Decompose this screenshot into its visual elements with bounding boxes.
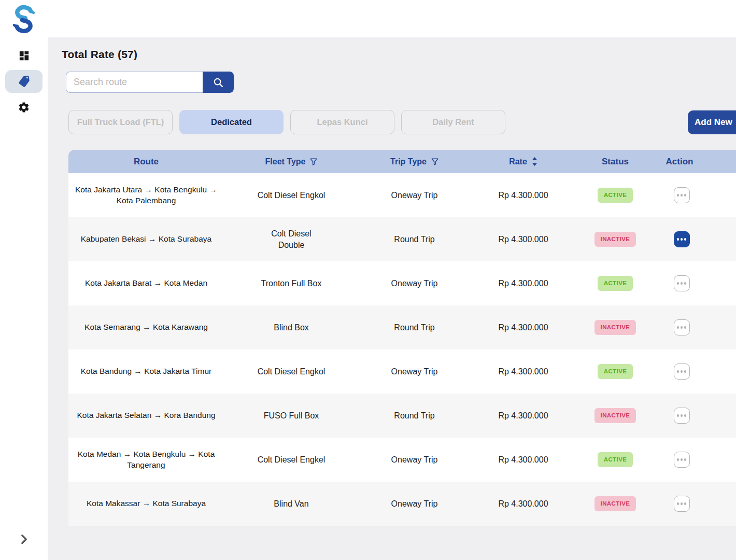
row-actions-button[interactable] bbox=[674, 363, 690, 380]
app-logo[interactable] bbox=[8, 3, 39, 35]
sort-icon[interactable] bbox=[532, 157, 537, 166]
rate-table: Route Fleet Type Trip Type Rate bbox=[68, 150, 736, 526]
rate-cell: Rp 4.300.000 bbox=[470, 322, 576, 333]
row-actions-button[interactable] bbox=[674, 231, 690, 247]
ellipsis-icon bbox=[677, 326, 680, 329]
trip-type-cell: Round Trip bbox=[359, 410, 470, 422]
sidebar-nav bbox=[0, 44, 48, 122]
table-row: Kota Jakarta Utara → Kota Bengkulu → Kot… bbox=[68, 173, 736, 217]
ellipsis-icon bbox=[677, 194, 680, 197]
status-cell: ACTIVE bbox=[576, 364, 654, 380]
sidebar-item-settings[interactable] bbox=[5, 96, 43, 119]
row-actions-button[interactable] bbox=[674, 319, 690, 335]
sidebar-item-dashboard[interactable] bbox=[5, 44, 43, 67]
column-header-trip-type: Trip Type bbox=[359, 157, 470, 166]
row-actions-button[interactable] bbox=[674, 452, 690, 468]
sidebar-expand-button[interactable] bbox=[16, 531, 32, 548]
fleet-type-cell: Tronton Full Box bbox=[224, 278, 359, 289]
status-badge: INACTIVE bbox=[595, 232, 636, 247]
rate-table-body: Kota Jakarta Utara → Kota Bengkulu → Kot… bbox=[68, 173, 736, 526]
table-row: Kota Semarang → Kota Karawang Blind Box … bbox=[68, 305, 736, 349]
action-cell bbox=[654, 187, 736, 203]
action-cell bbox=[654, 363, 736, 380]
tab-full-truck-load[interactable]: Full Truck Load (FTL) bbox=[68, 110, 173, 134]
rate-cell: Rp 4.300.000 bbox=[470, 190, 576, 201]
column-label: Status bbox=[602, 157, 629, 167]
fleet-type-cell: FUSO Full Box bbox=[224, 410, 359, 422]
column-label: Action bbox=[666, 157, 693, 167]
fleet-type-cell: Colt Diesel Engkel bbox=[224, 454, 359, 466]
column-header-route: Route bbox=[68, 157, 224, 167]
status-badge: ACTIVE bbox=[598, 276, 633, 291]
column-label: Rate bbox=[509, 157, 527, 166]
fleet-type-cell: Blind Van bbox=[224, 498, 359, 510]
ellipsis-icon bbox=[677, 238, 680, 241]
status-cell: INACTIVE bbox=[576, 232, 654, 247]
column-header-action: Action bbox=[654, 157, 736, 167]
rate-cell: Rp 4.300.000 bbox=[470, 498, 576, 510]
fleet-type-cell: Blind Box bbox=[224, 322, 359, 333]
rate-type-tabs: Full Truck Load (FTL) Dedicated Lepas Ku… bbox=[68, 110, 505, 134]
route-cell: Kota Jakarta Selatan → Kora Bandung bbox=[68, 410, 224, 421]
status-cell: INACTIVE bbox=[576, 408, 654, 424]
row-actions-button[interactable] bbox=[674, 496, 690, 512]
tab-dedicated[interactable]: Dedicated bbox=[179, 110, 284, 134]
column-label: Trip Type bbox=[390, 157, 427, 166]
ellipsis-icon bbox=[677, 458, 680, 461]
dashboard-grid-icon bbox=[18, 50, 30, 62]
route-cell: Kota Medan → Kota Bengkulu → Kota Tanger… bbox=[68, 449, 224, 471]
status-badge: ACTIVE bbox=[598, 364, 633, 380]
status-cell: INACTIVE bbox=[576, 320, 654, 335]
logo-icon bbox=[10, 4, 38, 34]
search-button[interactable] bbox=[203, 72, 234, 93]
add-new-button[interactable]: Add New bbox=[688, 110, 736, 134]
route-cell: Kabupaten Bekasi → Kota Surabaya bbox=[68, 234, 224, 245]
status-cell: INACTIVE bbox=[576, 496, 654, 512]
search-icon bbox=[213, 77, 224, 88]
table-row: Kota Bandung → Kota Jakarta Timur Colt D… bbox=[68, 349, 736, 394]
gear-icon bbox=[18, 101, 30, 114]
status-cell: ACTIVE bbox=[576, 276, 654, 291]
price-tag-icon bbox=[17, 74, 31, 89]
fleet-type-cell: Colt Diesel Engkol bbox=[224, 190, 359, 201]
rate-cell: Rp 4.300.000 bbox=[470, 278, 576, 289]
main-panel: Total Rate (57) Full Truck Load (FTL) De… bbox=[48, 37, 736, 560]
action-cell bbox=[654, 319, 736, 335]
tab-daily-rent[interactable]: Daily Rent bbox=[401, 110, 505, 134]
action-cell bbox=[654, 231, 736, 247]
trip-type-cell: Oneway Trip bbox=[359, 366, 470, 377]
row-actions-button[interactable] bbox=[674, 275, 690, 291]
column-header-status: Status bbox=[576, 157, 654, 167]
search-input[interactable] bbox=[66, 72, 203, 93]
table-row: Kota Jakarta Selatan → Kora Bandung FUSO… bbox=[68, 394, 736, 438]
table-row: Kota Jakarta Barat → Kota Medan Tronton … bbox=[68, 261, 736, 305]
row-actions-button[interactable] bbox=[674, 187, 690, 203]
status-badge: INACTIVE bbox=[595, 408, 636, 424]
fleet-type-cell: Colt Diesel Double bbox=[224, 228, 359, 250]
rate-cell: Rp 4.300.000 bbox=[470, 366, 576, 377]
trip-type-cell: Oneway Trip bbox=[359, 278, 470, 289]
table-row: Kota Makassar → Kota Surabaya Blind Van … bbox=[68, 482, 736, 526]
column-label: Route bbox=[134, 157, 159, 167]
sidebar-item-rates[interactable] bbox=[5, 70, 43, 93]
column-label: Fleet Type bbox=[265, 157, 306, 166]
status-badge: INACTIVE bbox=[595, 320, 636, 335]
tab-lepas-kunci[interactable]: Lepas Kunci bbox=[290, 110, 394, 134]
status-badge: INACTIVE bbox=[595, 496, 636, 512]
trip-type-cell: Round Trip bbox=[359, 234, 470, 245]
table-header-row: Route Fleet Type Trip Type Rate bbox=[68, 150, 736, 173]
trip-type-cell: Oneway Trip bbox=[359, 454, 470, 466]
ellipsis-icon bbox=[677, 502, 680, 505]
search-bar bbox=[66, 72, 234, 93]
trip-type-cell: Oneway Trip bbox=[359, 190, 470, 201]
route-cell: Kota Bandung → Kota Jakarta Timur bbox=[68, 366, 224, 377]
trip-type-cell: Round Trip bbox=[359, 322, 470, 333]
status-badge: ACTIVE bbox=[598, 452, 633, 468]
action-cell bbox=[654, 275, 736, 291]
sidebar bbox=[0, 0, 48, 560]
fleet-type-cell: Colt Diesel Engkol bbox=[224, 366, 359, 377]
row-actions-button[interactable] bbox=[674, 408, 690, 424]
filter-icon[interactable] bbox=[310, 158, 317, 165]
filter-icon[interactable] bbox=[431, 158, 438, 165]
route-cell: Kota Jakarta Barat → Kota Medan bbox=[68, 278, 224, 289]
